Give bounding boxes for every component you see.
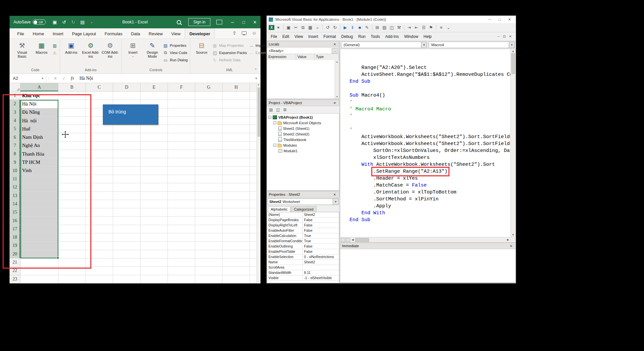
row-header-19[interactable]: 19 [10, 242, 20, 250]
cell-b3[interactable] [58, 108, 86, 117]
row-header-18[interactable]: 18 [10, 233, 20, 242]
feedback-smiley-icon[interactable]: ☺ [252, 30, 257, 36]
project-close-icon[interactable]: ✕ [332, 101, 337, 105]
search-icon[interactable] [177, 20, 181, 24]
property-value[interactable]: False [303, 223, 339, 228]
code-line-20[interactable]: .SortMethod = xlPinYin [350, 196, 509, 203]
locals-more-button[interactable]: ... [332, 48, 338, 53]
cell-h2[interactable] [223, 100, 250, 108]
sign-in-button[interactable]: Sign in [188, 18, 210, 26]
save-icon[interactable]: ▣ [50, 19, 59, 25]
property-row-displayrighttoleft[interactable]: DisplayRightToLeftFalse [267, 223, 339, 228]
cell-g18[interactable] [195, 233, 223, 242]
property-value[interactable]: True [303, 239, 339, 244]
insert-object-dropdown-icon[interactable]: ▾ [275, 24, 282, 31]
insert-button[interactable]: ⊞Insert⌄ [124, 41, 142, 57]
property-row-scrollarea[interactable]: ScrollArea [267, 265, 339, 270]
copy-icon[interactable]: ⧉ [300, 24, 306, 31]
cell-a13[interactable] [20, 192, 58, 200]
cell-c9[interactable] [86, 158, 113, 166]
cancel-entry-icon[interactable]: ✕ [51, 74, 60, 83]
code-line-7[interactable]: ' Macro4 Macro [350, 106, 509, 113]
autosave-toggle[interactable]: AutoSave Off [14, 19, 46, 25]
row-header-10[interactable]: 10 [10, 167, 20, 175]
cell-g21[interactable] [195, 258, 223, 267]
undo-icon[interactable]: ↺ [324, 24, 331, 31]
cell-g7[interactable] [195, 142, 223, 150]
mdi-minimize-icon[interactable]: ─ [497, 35, 500, 38]
cell-d12[interactable] [113, 183, 140, 191]
cell-f10[interactable] [168, 167, 195, 175]
menu-run[interactable]: Run [355, 33, 368, 40]
column-header-d[interactable]: D [113, 83, 140, 92]
cell-g1[interactable] [195, 92, 223, 100]
cell-h1[interactable] [223, 92, 250, 100]
cell-g23[interactable] [195, 275, 223, 283]
cell-g19[interactable] [195, 242, 223, 250]
code-line-8[interactable]: ' [350, 113, 509, 120]
column-header-e[interactable]: E [140, 83, 168, 92]
code-line-11[interactable]: ActiveWorkbook.Worksheets("Sheet2").Sort… [350, 133, 509, 140]
property-row-standardwidth[interactable]: StandardWidth8.11 [267, 270, 339, 276]
full-module-view-icon[interactable] [346, 238, 350, 242]
find-icon[interactable]: ⌕ [314, 24, 321, 31]
cell-h12[interactable] [223, 183, 250, 191]
cell-h6[interactable] [223, 133, 250, 141]
ribbon-tab-file[interactable]: File [13, 29, 28, 39]
row-header-17[interactable]: 17 [10, 225, 20, 233]
vba-maximize-button[interactable]: □ [495, 17, 504, 22]
property-value[interactable]: 0 - xlNoRestrictions [303, 254, 339, 259]
code-line-17[interactable]: .Header = xlYes [350, 175, 509, 182]
menu-file[interactable]: File [268, 33, 280, 40]
cell-d5[interactable] [113, 125, 140, 133]
cell-a15[interactable] [20, 208, 58, 217]
cell-e16[interactable] [140, 217, 168, 225]
scroll-up-icon[interactable]: ▲ [258, 83, 260, 86]
cell-d23[interactable] [113, 275, 140, 283]
cell-d11[interactable] [113, 175, 140, 183]
cell-b19[interactable] [58, 242, 86, 250]
code-line-6[interactable]: ' [350, 99, 509, 106]
property-row-enableselection[interactable]: EnableSelection0 - xlNoRestrictions [267, 254, 339, 260]
property-value[interactable]: False [303, 218, 339, 222]
confirm-entry-icon[interactable]: ✓ [60, 74, 68, 83]
cell-d13[interactable] [113, 192, 140, 200]
properties-window-icon[interactable]: ▤ [381, 24, 388, 31]
property-value[interactable]: False [303, 244, 339, 249]
code-line-19[interactable]: .Orientation = xlTopToBottom [350, 189, 509, 196]
menu-edit[interactable]: Edit [280, 33, 292, 40]
ribbon-tab-page-layout[interactable]: Page Layout [68, 29, 100, 39]
property-value[interactable]: Sheet2 [303, 212, 339, 217]
property-row-enableformatcondition[interactable]: EnableFormatConditionTrue [267, 239, 339, 244]
cell-e21[interactable] [140, 258, 168, 267]
code-line-15[interactable]: With ActiveWorkbook.Worksheets("Sheet2")… [350, 161, 509, 168]
cell-e8[interactable] [140, 150, 168, 158]
cell-g14[interactable] [195, 200, 223, 208]
cell-g3[interactable] [195, 108, 223, 117]
comment-block-icon[interactable]: ☰ [420, 24, 427, 31]
cell-c8[interactable] [86, 150, 113, 158]
ribbon-tab-data[interactable]: Data [127, 29, 144, 39]
property-row-visible[interactable]: Visible-1 - xlSheetVisible [267, 276, 339, 281]
cell-f15[interactable] [168, 208, 195, 217]
row-header-15[interactable]: 15 [10, 208, 20, 217]
cell-a12[interactable] [20, 183, 58, 191]
cell-f22[interactable] [168, 267, 195, 275]
cell-f4[interactable] [168, 117, 195, 125]
project-explorer-icon[interactable]: ⊞ [374, 24, 381, 31]
more-commands-chevron-icon[interactable]: ⌄ [87, 20, 96, 24]
cell-b13[interactable] [58, 192, 86, 200]
cell-a4[interactable]: Hà nội [20, 117, 58, 125]
code-line-14[interactable]: xlSortTextAsNumbers [350, 154, 509, 161]
cell-g6[interactable] [195, 133, 223, 141]
row-header-13[interactable]: 13 [10, 192, 20, 200]
cell-a2[interactable]: Hà Nội [20, 100, 58, 108]
cell-e15[interactable] [140, 208, 168, 217]
cell-e11[interactable] [140, 175, 168, 183]
object-dropdown-chevron-icon[interactable]: ▼ [421, 42, 427, 48]
cell-h4[interactable] [223, 117, 250, 125]
code-scroll-left-icon[interactable]: ◀ [350, 238, 355, 241]
code-line-18[interactable]: .MatchCase = False [350, 182, 509, 189]
property-row-name[interactable]: (Name)Sheet2 [267, 212, 339, 218]
view-code-button[interactable]: ⧉View Code [163, 50, 188, 55]
